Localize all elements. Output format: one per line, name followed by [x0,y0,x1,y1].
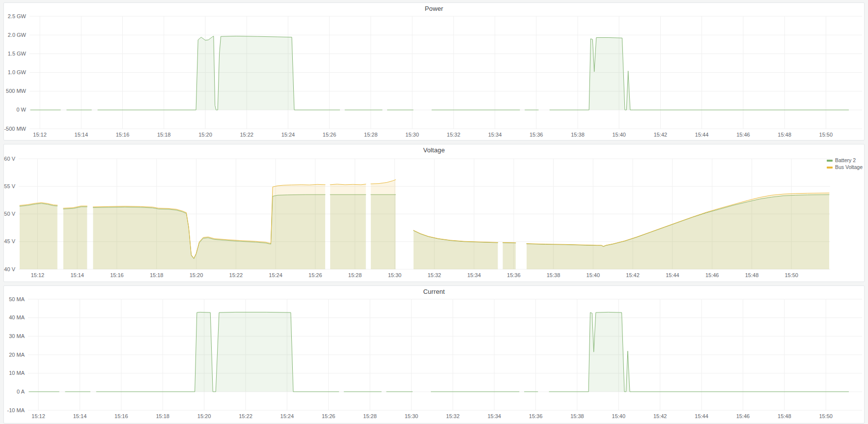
x-tick-label: 15:18 [157,132,171,138]
x-tick-label: 15:30 [388,272,402,278]
power-area [550,38,849,110]
y-tick-label: 1.5 GW [8,51,27,57]
x-tick-label: 15:24 [281,132,295,138]
x-tick-label: 15:26 [322,413,336,419]
x-tick-label: 15:44 [695,132,709,138]
panel-voltage: Voltage 60 V55 V50 V45 V40 V15:1215:1415… [3,144,865,282]
x-tick-label: 15:44 [666,272,679,278]
y-tick-label: 2.0 GW [8,32,27,38]
legend-item-battery-2[interactable]: Battery 2 [827,157,863,164]
dashboard: Power 2.5 GW2.0 GW1.5 GW1.0 GW500 MW0 W-… [0,0,868,424]
y-tick-label: 50 MA [9,296,25,302]
x-tick-label: 15:20 [190,272,203,278]
x-tick-label: 15:12 [31,272,45,278]
current-area [549,312,849,392]
x-tick-label: 15:42 [654,132,668,138]
legend-swatch [827,160,833,162]
y-tick-label: 500 MW [6,88,27,94]
x-tick-label: 15:46 [736,413,750,419]
x-tick-label: 15:20 [198,132,212,138]
y-tick-label: 0 A [17,389,25,395]
x-tick-label: 15:44 [695,413,708,419]
bus-voltage-line [503,242,516,243]
bus-voltage-area [330,184,366,269]
x-tick-label: 15:48 [778,413,791,419]
x-tick-label: 15:20 [197,413,211,419]
y-tick-label: 40 MA [9,314,25,320]
x-tick-label: 15:46 [705,272,719,278]
x-tick-label: 15:16 [116,132,130,138]
x-tick-label: 15:22 [239,413,252,419]
panel-power: Power 2.5 GW2.0 GW1.5 GW1.0 GW500 MW0 W-… [3,2,865,141]
y-tick-label: 0 W [16,107,26,113]
x-tick-label: 15:24 [280,413,294,419]
y-tick-label: -500 MW [4,126,26,132]
x-tick-label: 15:34 [488,132,502,138]
x-tick-label: 15:12 [31,413,45,419]
x-tick-label: 15:50 [784,272,798,278]
legend-label: Battery 2 [835,157,856,164]
x-tick-label: 15:38 [547,272,560,278]
y-tick-label: 20 MA [9,352,25,358]
y-tick-label: 30 MA [9,333,25,339]
x-tick-label: 15:30 [405,413,419,419]
x-tick-label: 15:36 [530,132,543,138]
x-tick-label: 15:46 [736,132,750,138]
x-tick-label: 15:14 [73,413,87,419]
x-tick-label: 15:48 [745,272,759,278]
bus-voltage-area [20,202,57,269]
x-tick-label: 15:18 [150,272,164,278]
x-tick-label: 15:32 [447,132,461,138]
voltage-legend: Battery 2Bus Voltage [827,157,863,170]
x-tick-label: 15:16 [114,413,128,419]
x-tick-label: 15:42 [626,272,640,278]
bus-voltage-area [503,242,516,269]
x-tick-label: 15:50 [819,132,833,138]
y-tick-label: 50 V [4,211,15,217]
y-tick-label: 55 V [4,183,15,189]
x-tick-label: 15:18 [156,413,169,419]
x-tick-label: 15:16 [110,272,124,278]
legend-item-bus-voltage[interactable]: Bus Voltage [827,164,863,170]
y-tick-label: 40 V [4,266,15,272]
x-tick-label: 15:36 [529,413,543,419]
x-tick-label: 15:28 [348,272,362,278]
panel-power-title[interactable]: Power [4,5,864,12]
x-tick-label: 15:42 [653,413,667,419]
y-tick-label: 2.5 GW [8,13,27,19]
x-tick-label: 15:26 [323,132,336,138]
y-tick-label: 10 MA [9,370,25,376]
legend-label: Bus Voltage [835,164,863,170]
bus-voltage-area [527,193,829,269]
x-tick-label: 15:32 [446,413,460,419]
x-tick-label: 15:24 [269,272,282,278]
panel-current-title[interactable]: Current [4,288,864,295]
x-tick-label: 15:26 [308,272,322,278]
panel-voltage-title[interactable]: Voltage [4,146,864,154]
x-tick-label: 15:22 [229,272,243,278]
x-tick-label: 15:14 [70,272,84,278]
x-tick-label: 15:36 [507,272,521,278]
x-tick-label: 15:14 [75,132,88,138]
x-tick-label: 15:30 [405,132,419,138]
y-tick-label: 45 V [4,238,15,244]
x-tick-label: 15:12 [33,132,47,138]
x-tick-label: 15:22 [240,132,253,138]
y-tick-label: 1.0 GW [8,69,27,75]
power-chart-canvas[interactable]: 2.5 GW2.0 GW1.5 GW1.0 GW500 MW0 W-500 MW… [4,3,864,140]
x-tick-label: 15:32 [427,272,441,278]
bus-voltage-area [93,184,326,269]
panel-current: Current 50 MA40 MA30 MA20 MA10 MA0 A-10 … [3,285,865,424]
legend-swatch [827,167,833,169]
x-tick-label: 15:28 [364,132,378,138]
x-tick-label: 15:50 [819,413,833,419]
x-tick-label: 15:38 [570,413,584,419]
x-tick-label: 15:48 [778,132,791,138]
voltage-chart-canvas[interactable]: 60 V55 V50 V45 V40 V15:1215:1415:1615:18… [4,144,864,282]
x-tick-label: 15:40 [612,413,626,419]
current-chart-canvas[interactable]: 50 MA40 MA30 MA20 MA10 MA0 A-10 MA15:121… [4,286,864,423]
x-tick-label: 15:40 [587,272,600,278]
x-tick-label: 15:28 [363,413,377,419]
x-tick-label: 15:40 [612,132,626,138]
bus-voltage-area [63,206,87,269]
